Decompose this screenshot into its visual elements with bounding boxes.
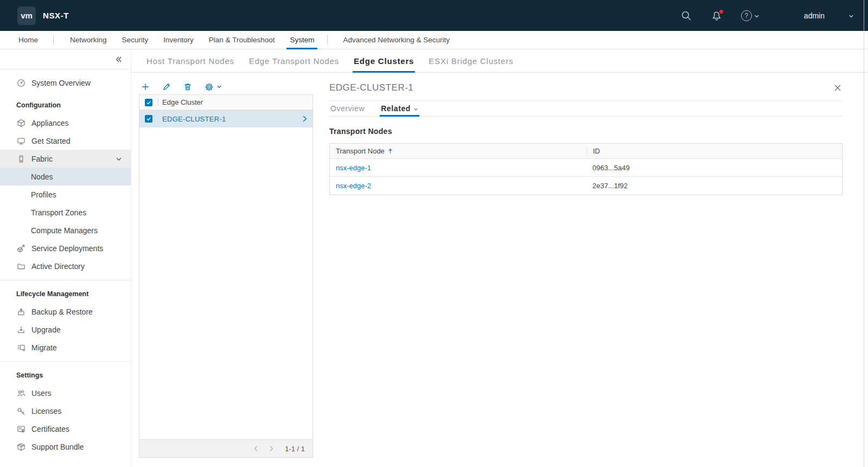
sidebar-item-get-started[interactable]: Get Started xyxy=(0,132,131,150)
edge-cluster-row[interactable]: EDGE-CLUSTER-1 xyxy=(139,110,312,127)
nav-tab-security[interactable]: Security xyxy=(119,31,152,49)
tab-overview[interactable]: Overview xyxy=(329,101,366,116)
sidebar-item-active-directory[interactable]: Active Directory xyxy=(0,257,131,275)
list-empty-area xyxy=(139,127,312,439)
transport-node-id: 2e37...1f92 xyxy=(592,182,628,190)
sidebar-item-label: Profiles xyxy=(31,190,56,199)
nav-tab-plan-troubleshoot[interactable]: Plan & Troubleshoot xyxy=(206,31,278,49)
gauge-icon xyxy=(16,78,25,87)
sidebar-item-upgrade[interactable]: Upgrade xyxy=(0,321,131,338)
sidebar-item-certificates[interactable]: Certificates xyxy=(0,420,131,438)
viewport-edge-divider xyxy=(864,0,864,467)
select-all-checkbox[interactable] xyxy=(145,99,152,106)
sidebar-item-backup-restore[interactable]: Backup & Restore xyxy=(0,303,131,321)
sidebar-item-label: Appliances xyxy=(31,119,69,127)
sidebar-item-label: Migrate xyxy=(31,343,57,352)
display-icon xyxy=(16,136,25,145)
search-icon[interactable] xyxy=(680,10,692,22)
check-icon xyxy=(146,100,151,105)
sidebar-item-profiles[interactable]: Profiles xyxy=(0,185,131,203)
page-previous-button[interactable] xyxy=(253,445,258,452)
trash-icon xyxy=(183,82,192,91)
sidebar-section-lifecycle-management: Lifecycle Management xyxy=(0,285,131,303)
vmware-logo-text: vm xyxy=(21,11,33,20)
list-pagination: 1-1 / 1 xyxy=(139,439,312,457)
pencil-icon xyxy=(162,82,171,91)
tab-related[interactable]: Related xyxy=(380,101,419,116)
tab-esxi-bridge-clusters[interactable]: ESXi Bridge Clusters xyxy=(427,49,514,72)
close-button[interactable] xyxy=(833,83,843,93)
backup-box-icon xyxy=(16,307,25,316)
sidebar-item-label: Nodes xyxy=(31,172,53,181)
chevron-down-icon xyxy=(116,155,122,163)
edge-cluster-table: Edge Cluster EDGE-CLUSTER-1 xyxy=(139,94,313,458)
detail-title: EDGE-CLUSTER-1 xyxy=(329,82,413,93)
user-chevron-down-icon xyxy=(848,11,854,21)
sidebar-item-label: Certificates xyxy=(31,425,69,433)
user-menu[interactable]: admin xyxy=(804,11,854,21)
sidebar-item-support-bundle[interactable]: Support Bundle xyxy=(0,438,131,456)
sidebar-collapse-button[interactable] xyxy=(0,49,131,69)
transport-nodes-table-header: Transport Node ID xyxy=(330,144,842,159)
help-chevron-down-icon xyxy=(754,11,760,21)
nav-divider xyxy=(327,35,328,44)
main-content: Host Transport Nodes Edge Transport Node… xyxy=(131,49,868,467)
transport-node-row: nsx-edge-1 0963...5a49 xyxy=(330,159,842,177)
column-header-edge-cluster: Edge Cluster xyxy=(162,98,203,106)
sidebar-item-label: Support Bundle xyxy=(31,443,84,451)
sidebar-item-users[interactable]: Users xyxy=(0,384,131,402)
column-header-id[interactable]: ID xyxy=(586,147,842,156)
nav-divider xyxy=(53,35,54,44)
nav-tab-networking[interactable]: Networking xyxy=(67,31,110,49)
column-header-transport-node[interactable]: Transport Node xyxy=(330,147,586,155)
nav-tab-advanced-networking[interactable]: Advanced Networking & Security xyxy=(340,31,453,49)
sidebar-item-appliances[interactable]: Appliances xyxy=(0,114,131,132)
sidebar-item-nodes[interactable]: Nodes xyxy=(0,168,131,185)
sidebar-item-licenses[interactable]: Licenses xyxy=(0,402,131,420)
edit-button[interactable] xyxy=(162,82,171,91)
help-glyph: ? xyxy=(745,12,749,20)
package-icon xyxy=(16,442,25,451)
sidebar-divider xyxy=(0,361,131,362)
sidebar-section-settings: Settings xyxy=(0,366,131,384)
nav-tab-home[interactable]: Home xyxy=(15,31,41,49)
topbar: vm NSX-T ? admin xyxy=(0,0,868,31)
nav-tab-inventory[interactable]: Inventory xyxy=(160,31,197,49)
transport-node-link[interactable]: nsx-edge-1 xyxy=(336,164,371,172)
sidebar-item-system-overview[interactable]: System Overview xyxy=(0,74,131,92)
sidebar-item-compute-managers[interactable]: Compute Managers xyxy=(0,221,131,239)
tab-edge-transport-nodes[interactable]: Edge Transport Nodes xyxy=(248,49,340,72)
sidebar-item-transport-zones[interactable]: Transport Zones xyxy=(0,203,131,221)
sidebar-item-fabric[interactable]: Fabric xyxy=(0,150,131,168)
column-header-label: ID xyxy=(593,147,600,155)
sidebar-divider xyxy=(0,280,131,280)
chevron-right-icon[interactable] xyxy=(302,115,308,123)
tab-edge-clusters[interactable]: Edge Clusters xyxy=(353,49,415,72)
sidebar-nav: System Overview Configuration Appliances… xyxy=(0,69,131,456)
sidebar-item-label: System Overview xyxy=(31,79,91,87)
sidebar-item-migrate[interactable]: Migrate xyxy=(0,338,131,356)
sidebar-item-label: Upgrade xyxy=(31,325,61,334)
notifications-bell-icon[interactable] xyxy=(711,10,723,22)
row-checkbox[interactable] xyxy=(145,115,152,123)
nsx-t-app: vm NSX-T ? admin xyxy=(0,0,868,467)
sidebar-item-service-deployments[interactable]: Service Deployments xyxy=(0,239,131,257)
edge-cluster-name-link[interactable]: EDGE-CLUSTER-1 xyxy=(162,115,226,123)
transport-nodes-table: Transport Node ID nsx-edge-1 0963...5a49 xyxy=(329,143,843,195)
key-icon xyxy=(16,406,25,415)
sidebar-item-label: Fabric xyxy=(31,155,53,163)
certificate-icon xyxy=(16,424,25,433)
users-icon xyxy=(16,388,25,398)
add-button[interactable] xyxy=(141,82,150,91)
nav-tab-system[interactable]: System xyxy=(286,31,317,49)
detail-header: EDGE-CLUSTER-1 xyxy=(329,79,843,101)
settings-menu-button[interactable] xyxy=(205,82,222,92)
check-icon xyxy=(146,116,151,121)
delete-button[interactable] xyxy=(183,82,192,91)
page-next-button[interactable] xyxy=(269,445,274,452)
help-menu[interactable]: ? xyxy=(741,10,760,21)
sidebar-item-label: Licenses xyxy=(31,407,61,415)
tab-host-transport-nodes[interactable]: Host Transport Nodes xyxy=(145,49,235,72)
close-icon xyxy=(834,84,841,92)
transport-node-link[interactable]: nsx-edge-2 xyxy=(336,182,371,190)
